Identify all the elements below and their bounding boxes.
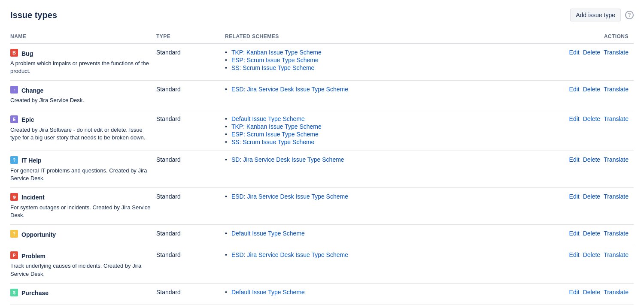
bug-translate-link[interactable]: Translate bbox=[604, 49, 629, 56]
svg-text:E: E bbox=[13, 117, 16, 122]
problem-name: Problem bbox=[21, 253, 46, 260]
incident-name: Incident bbox=[21, 194, 45, 201]
scheme-item: •ESP: Scrum Issue Type Scheme bbox=[225, 57, 560, 63]
name-cell-epic: EEpicCreated by Jira Software - do not e… bbox=[10, 110, 156, 151]
opportunity-delete-link[interactable]: Delete bbox=[583, 230, 600, 237]
scheme-link[interactable]: ESD: Jira Service Desk Issue Type Scheme bbox=[231, 86, 348, 93]
name-cell-ithelp: ?IT HelpFor general IT problems and ques… bbox=[10, 151, 156, 187]
opportunity-translate-link[interactable]: Translate bbox=[604, 230, 629, 237]
opportunity-edit-link[interactable]: Edit bbox=[569, 230, 580, 237]
table-row: ?OpportunityStandard•Default Issue Type … bbox=[10, 225, 634, 246]
purchase-delete-link[interactable]: Delete bbox=[583, 289, 600, 296]
bug-icon: B bbox=[10, 49, 18, 58]
table-row: ↑ChangeCreated by Jira Service Desk.Stan… bbox=[10, 81, 634, 110]
bullet-icon: • bbox=[225, 251, 227, 258]
name-cell-problem: PProblemTrack underlying causes of incid… bbox=[10, 246, 156, 283]
svg-text:$: $ bbox=[13, 290, 15, 295]
scheme-link[interactable]: SD: Jira Service Desk Issue Type Scheme bbox=[231, 156, 344, 163]
incident-delete-link[interactable]: Delete bbox=[583, 193, 600, 200]
ithelp-edit-link[interactable]: Edit bbox=[569, 156, 580, 163]
bullet-icon: • bbox=[225, 115, 227, 122]
scheme-link[interactable]: SS: Scrum Issue Type Scheme bbox=[231, 64, 315, 71]
scheme-item: •SS: Scrum Issue Type Scheme bbox=[225, 139, 560, 145]
request-schemes: •Default Issue Type Scheme bbox=[225, 305, 565, 308]
help-icon[interactable]: ? bbox=[625, 11, 634, 19]
name-cell-opportunity: ?Opportunity bbox=[10, 225, 156, 246]
table-row: EEpicCreated by Jira Software - do not e… bbox=[10, 110, 634, 151]
name-cell-request: !Request bbox=[10, 305, 156, 308]
bug-description: A problem which impairs or prevents the … bbox=[10, 60, 151, 75]
scheme-link[interactable]: Default Issue Type Scheme bbox=[231, 289, 305, 296]
epic-name: Epic bbox=[21, 116, 34, 123]
scheme-link[interactable]: TKP: Kanban Issue Type Scheme bbox=[231, 123, 322, 130]
epic-icon: E bbox=[10, 115, 18, 124]
purchase-schemes: •Default Issue Type Scheme bbox=[225, 283, 565, 305]
scheme-item: •ESP: Scrum Issue Type Scheme bbox=[225, 131, 560, 138]
bug-delete-link[interactable]: Delete bbox=[583, 49, 600, 56]
table-row: ?IT HelpFor general IT problems and ques… bbox=[10, 151, 634, 187]
table-header: Name Type Related Schemes Actions bbox=[10, 30, 634, 43]
change-edit-link[interactable]: Edit bbox=[569, 86, 580, 93]
opportunity-actions: EditDeleteTranslate bbox=[565, 225, 634, 246]
svg-text:↑: ↑ bbox=[13, 88, 15, 92]
bullet-icon: • bbox=[225, 57, 227, 63]
change-translate-link[interactable]: Translate bbox=[604, 86, 629, 93]
problem-icon: P bbox=[10, 251, 18, 260]
incident-schemes: •ESD: Jira Service Desk Issue Type Schem… bbox=[225, 187, 565, 224]
scheme-link[interactable]: SS: Scrum Issue Type Scheme bbox=[231, 139, 315, 145]
change-delete-link[interactable]: Delete bbox=[583, 86, 600, 93]
table-row: !RequestStandard•Default Issue Type Sche… bbox=[10, 305, 634, 308]
bug-edit-link[interactable]: Edit bbox=[569, 49, 580, 56]
bullet-icon: • bbox=[225, 193, 227, 200]
scheme-link[interactable]: ESP: Scrum Issue Type Scheme bbox=[231, 131, 319, 138]
incident-translate-link[interactable]: Translate bbox=[604, 193, 629, 200]
problem-edit-link[interactable]: Edit bbox=[569, 251, 580, 258]
epic-translate-link[interactable]: Translate bbox=[604, 115, 629, 122]
table-row: PProblemTrack underlying causes of incid… bbox=[10, 246, 634, 283]
problem-translate-link[interactable]: Translate bbox=[604, 251, 629, 258]
epic-delete-link[interactable]: Delete bbox=[583, 115, 600, 122]
problem-delete-link[interactable]: Delete bbox=[583, 251, 600, 258]
scheme-link[interactable]: Default Issue Type Scheme bbox=[231, 115, 305, 122]
bullet-icon: • bbox=[225, 131, 227, 138]
epic-edit-link[interactable]: Edit bbox=[569, 115, 580, 122]
add-issue-type-button[interactable]: Add issue type bbox=[570, 9, 621, 21]
bullet-icon: • bbox=[225, 139, 227, 145]
scheme-item: •SD: Jira Service Desk Issue Type Scheme bbox=[225, 156, 560, 163]
purchase-actions: EditDeleteTranslate bbox=[565, 283, 634, 305]
problem-type: Standard bbox=[156, 246, 225, 283]
bullet-icon: • bbox=[225, 123, 227, 130]
svg-text:B: B bbox=[12, 50, 16, 55]
ithelp-actions: EditDeleteTranslate bbox=[565, 151, 634, 187]
scheme-link[interactable]: ESD: Jira Service Desk Issue Type Scheme bbox=[231, 251, 348, 258]
bug-actions: EditDeleteTranslate bbox=[565, 43, 634, 81]
bullet-icon: • bbox=[225, 49, 227, 56]
page-title: Issue types bbox=[10, 10, 57, 20]
scheme-link[interactable]: ESP: Scrum Issue Type Scheme bbox=[231, 57, 319, 63]
scheme-item: •TKP: Kanban Issue Type Scheme bbox=[225, 123, 560, 130]
scheme-link[interactable]: ESD: Jira Service Desk Issue Type Scheme bbox=[231, 193, 348, 200]
scheme-item: •ESD: Jira Service Desk Issue Type Schem… bbox=[225, 86, 560, 93]
ithelp-description: For general IT problems and questions. C… bbox=[10, 167, 151, 182]
name-cell-incident: ⊗IncidentFor system outages or incidents… bbox=[10, 187, 156, 224]
issue-types-table: Name Type Related Schemes Actions BBugA … bbox=[10, 30, 634, 308]
ithelp-name: IT Help bbox=[21, 157, 42, 164]
ithelp-schemes: •SD: Jira Service Desk Issue Type Scheme bbox=[225, 151, 565, 187]
scheme-link[interactable]: TKP: Kanban Issue Type Scheme bbox=[231, 49, 322, 56]
name-cell-bug: BBugA problem which impairs or prevents … bbox=[10, 43, 156, 81]
header-actions: Add issue type ? bbox=[570, 9, 634, 21]
purchase-icon: $ bbox=[10, 289, 18, 298]
scheme-item: •Default Issue Type Scheme bbox=[225, 115, 560, 122]
change-icon: ↑ bbox=[10, 86, 18, 95]
incident-edit-link[interactable]: Edit bbox=[569, 193, 580, 200]
purchase-edit-link[interactable]: Edit bbox=[569, 289, 580, 296]
table-row: BBugA problem which impairs or prevents … bbox=[10, 43, 634, 81]
scheme-link[interactable]: Default Issue Type Scheme bbox=[231, 230, 305, 237]
ithelp-translate-link[interactable]: Translate bbox=[604, 156, 629, 163]
bullet-icon: • bbox=[225, 156, 227, 163]
epic-description: Created by Jira Software - do not edit o… bbox=[10, 126, 151, 142]
purchase-translate-link[interactable]: Translate bbox=[604, 289, 629, 296]
ithelp-delete-link[interactable]: Delete bbox=[583, 156, 600, 163]
bullet-icon: • bbox=[225, 230, 227, 237]
ithelp-type: Standard bbox=[156, 151, 225, 187]
